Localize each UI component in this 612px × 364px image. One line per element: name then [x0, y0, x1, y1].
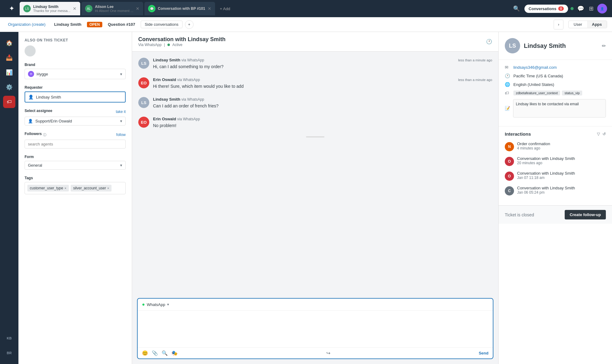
search-agents-input[interactable] — [25, 140, 126, 149]
followers-section: Followers ⓘ follow — [25, 132, 126, 149]
ticket-status-badge: OPEN — [87, 22, 102, 27]
send-button[interactable]: Send — [479, 351, 488, 355]
attachment-icon[interactable]: 📎 — [152, 350, 158, 356]
sidebar-inbox-icon[interactable]: 📥 — [3, 52, 15, 64]
requester-section: Requester 👤 Lindsay Smith — [25, 85, 126, 103]
user-email[interactable]: lindsays346@gmail.com — [513, 65, 557, 70]
user-tag-1: zdbetafeature_user_context — [513, 91, 560, 95]
tab-name-lindsay: Lindsay Smith — [33, 5, 70, 9]
bottom-status-bar: Ticket is closed Create follow-up — [499, 205, 612, 224]
conversation-area: Conversation with Lindsay Smith Via What… — [132, 32, 498, 364]
form-section: Form General ▾ — [25, 155, 126, 170]
interaction-text-2: Conversation with Lindsay Smith 20 minut… — [517, 156, 606, 166]
message-content-4: Erin Oswald via WhatsApp No problem! — [153, 117, 492, 129]
breadcrumb-ticket[interactable]: Question #107 — [105, 21, 138, 28]
user-notes-row: 📝 Lindsay likes to be contacted via emai… — [505, 99, 606, 118]
tag-customer-remove[interactable]: × — [65, 186, 66, 190]
brand-select[interactable]: H Hygge ▾ — [25, 69, 126, 79]
breadcrumb-org[interactable]: Organization (create) — [5, 21, 49, 28]
tab-close-alison[interactable]: ✕ — [136, 6, 139, 11]
interaction-text-4: Conversation with Lindsay Smith Jan 06 0… — [517, 186, 606, 196]
message-item-4: EO Erin Oswald via WhatsApp No problem! — [138, 117, 492, 129]
follow-link[interactable]: follow — [116, 133, 126, 137]
message-avatar-4: EO — [138, 117, 149, 128]
message-channel-1: via WhatsApp — [181, 58, 204, 62]
add-side-conv-button[interactable]: + — [185, 20, 194, 29]
tab-apps[interactable]: Apps — [587, 21, 607, 28]
reply-input[interactable] — [138, 311, 493, 347]
gif-icon[interactable]: 🎭 — [171, 350, 178, 356]
interaction-item-3[interactable]: O Conversation with Lindsay Smith Jan 07… — [505, 171, 606, 181]
ticket-closed-label: Ticket is closed — [505, 212, 534, 217]
filter-icon[interactable]: ▽ — [597, 132, 600, 136]
message-header-3: Lindsay Smith via WhatsApp — [153, 97, 492, 102]
message-avatar-2: EO — [138, 77, 149, 88]
chat-icon[interactable]: 💬 — [576, 4, 585, 13]
interaction-badge-1: N — [505, 142, 514, 151]
nav-arrow-button[interactable]: › — [554, 20, 563, 29]
sidebar-tag-icon[interactable]: 🏷 — [3, 96, 15, 108]
brand-label: Brand — [25, 63, 126, 67]
user-avatar-nav[interactable]: 👤 — [597, 4, 607, 14]
sidebar-kb-label[interactable]: KB — [3, 332, 15, 344]
interaction-text-3: Conversation with Lindsay Smith Jan 07 1… — [517, 171, 606, 181]
tag-silver-label: silver_account_user — [73, 186, 106, 190]
add-tab-button[interactable]: + Add — [216, 5, 234, 13]
brand-name: Hygge — [37, 72, 48, 76]
tab-close-lindsay[interactable]: ✕ — [73, 6, 76, 11]
user-apps-toggle: User Apps — [568, 21, 607, 28]
message-header-1: Lindsay Smith via WhatsApp less than a m… — [153, 58, 492, 62]
take-it-link[interactable]: take it — [116, 110, 126, 114]
message-channel-2: via WhatsApp — [177, 78, 200, 82]
user-timezone-row: 🕐 Pacific Time (US & Canada) — [505, 73, 606, 78]
brand-icon: H — [28, 71, 34, 77]
tag-icon: 🏷 — [505, 91, 510, 95]
interaction-item-1[interactable]: N Order confirmation 4 minutes ago — [505, 141, 606, 151]
tab-bp-conversation[interactable]: 💬 Conversation with BP #101 ✕ — [144, 2, 215, 15]
grid-icon[interactable]: ⊞ — [588, 4, 595, 13]
forward-icon[interactable]: ↪ — [326, 350, 330, 356]
edit-user-icon[interactable]: ✏ — [602, 43, 606, 49]
form-dropdown-arrow: ▾ — [120, 163, 122, 168]
requester-input[interactable]: 👤 Lindsay Smith — [25, 91, 126, 103]
ticket-user-avatar — [25, 45, 36, 56]
reply-channel-label: WhatsApp — [147, 302, 165, 307]
message-content-2: Erin Oswald via WhatsApp less than a min… — [153, 77, 492, 90]
search-button[interactable]: 🔍 — [511, 3, 522, 14]
interactions-title: Interactions — [505, 131, 531, 137]
sidebar-chart-icon[interactable]: 📊 — [3, 66, 15, 79]
tag-silver-remove[interactable]: × — [107, 186, 109, 190]
tab-user[interactable]: User — [569, 21, 587, 28]
channel-dropdown-arrow[interactable]: ▾ — [167, 302, 169, 307]
brand-dropdown-arrow: ▾ — [120, 72, 122, 76]
side-conversations-button[interactable]: Side conversations — [141, 21, 182, 28]
tab-lindsay-smith[interactable]: LS Lindsay Smith Thanks for your messa..… — [20, 2, 80, 15]
message-text-3: Can I add an order of french fries? — [153, 103, 492, 109]
requester-user-icon: 👤 — [28, 95, 33, 99]
interaction-item-2[interactable]: O Conversation with Lindsay Smith 20 min… — [505, 156, 606, 166]
sidebar-home-icon[interactable]: 🏠 — [3, 37, 15, 49]
message-text-2: Hi there! Sure, which item would you lik… — [153, 83, 492, 90]
message-channel-3: via WhatsApp — [181, 97, 204, 102]
tab-close-bp[interactable]: ✕ — [208, 6, 211, 11]
followers-info-icon[interactable]: ⓘ — [43, 133, 46, 137]
create-followup-button[interactable]: Create follow-up — [565, 210, 606, 219]
interaction-badge-3: O — [505, 172, 514, 181]
sidebar-gear-icon[interactable]: ⚙️ — [3, 81, 15, 93]
assignee-dropdown-arrow: ▾ — [120, 119, 122, 123]
emoji-icon[interactable]: 😊 — [142, 350, 148, 356]
assignee-select[interactable]: 👤 Support/Erin Oswald ▾ — [25, 117, 126, 126]
refresh-icon[interactable]: ↺ — [602, 132, 606, 136]
logo[interactable]: ✦ — [5, 5, 18, 13]
conversations-button[interactable]: Conversations 0 — [524, 5, 568, 13]
interaction-item-4[interactable]: C Conversation with Lindsay Smith Jan 06… — [505, 186, 606, 196]
conversation-channel: Via WhatsApp — [138, 43, 162, 47]
sidebar-br-label[interactable]: BR — [3, 347, 15, 359]
breadcrumb-user[interactable]: Lindsay Smith — [51, 21, 84, 28]
tab-alison-lee[interactable]: AL Alison Lee Hi Alison! One moment ... … — [81, 2, 143, 15]
interactions-header: Interactions ▽ ↺ — [505, 131, 606, 137]
user-notes[interactable]: Lindsay likes to be contacted via email — [513, 99, 606, 118]
form-select[interactable]: General ▾ — [25, 161, 126, 170]
search-knowledge-icon[interactable]: 🔍 — [162, 350, 168, 356]
conversation-history-icon[interactable]: 🕐 — [486, 39, 492, 45]
